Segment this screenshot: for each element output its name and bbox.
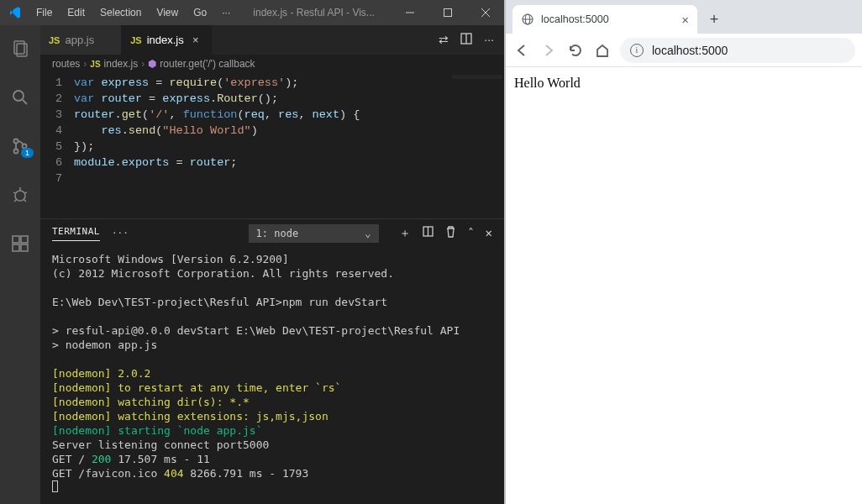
url-text: localhost:5000 <box>652 44 728 57</box>
address-bar[interactable]: i localhost:5000 <box>620 38 855 63</box>
svg-line-16 <box>24 199 26 202</box>
terminal-output[interactable]: Microsoft Windows [Version 6.2.9200](c) … <box>40 247 504 504</box>
more-actions-icon[interactable]: ··· <box>484 33 494 47</box>
browser-toolbar: i localhost:5000 <box>506 34 862 67</box>
svg-line-13 <box>13 192 16 193</box>
browser-tab-strip: localhost:5000 × + <box>506 0 862 34</box>
code-editor[interactable]: 1234567 var express = require('express')… <box>40 73 504 218</box>
vscode-logo-icon <box>0 6 29 19</box>
maximize-button[interactable] <box>428 0 466 25</box>
menu-view[interactable]: View <box>150 3 185 22</box>
js-file-icon: JS <box>130 35 141 45</box>
browser-tab-title: localhost:5000 <box>541 13 609 25</box>
forward-button[interactable] <box>539 41 558 60</box>
globe-icon <box>521 13 534 26</box>
split-terminal-icon[interactable] <box>423 226 434 241</box>
debug-icon[interactable] <box>0 178 40 212</box>
method-icon: ⬢ <box>148 58 156 70</box>
js-file-icon: JS <box>90 60 100 69</box>
code-area[interactable]: var express = require('express');var rou… <box>74 73 504 218</box>
svg-point-9 <box>14 150 18 154</box>
chevron-right-icon: › <box>141 58 145 70</box>
menu-edit[interactable]: Edit <box>60 3 92 22</box>
minimize-button[interactable] <box>391 0 428 25</box>
svg-rect-19 <box>21 244 28 251</box>
svg-line-15 <box>14 199 17 202</box>
close-button[interactable] <box>466 0 504 25</box>
titlebar: FileEditSelectionViewGo··· index.js - Re… <box>0 0 504 25</box>
svg-rect-1 <box>444 9 451 17</box>
kill-terminal-icon[interactable] <box>445 226 456 241</box>
svg-line-7 <box>23 100 27 104</box>
activity-bar: 1 <box>0 25 40 504</box>
svg-point-8 <box>14 139 18 144</box>
page-text: Hello World <box>514 76 581 90</box>
breadcrumb-symbol: router.get('/') callback <box>160 58 255 70</box>
breadcrumb[interactable]: routes › JS index.js › ⬢ router.get('/')… <box>40 55 504 73</box>
menu-···[interactable]: ··· <box>215 3 237 22</box>
browser-window: localhost:5000 × + i localhost:5000 Hell… <box>504 0 862 504</box>
minimap[interactable] <box>452 75 502 117</box>
svg-rect-20 <box>21 236 28 243</box>
page-content: Hello World <box>506 67 862 504</box>
panel-tab-terminal[interactable]: TERMINAL <box>52 226 100 241</box>
search-icon[interactable] <box>0 81 40 114</box>
close-panel-icon[interactable]: ✕ <box>486 226 492 241</box>
terminal-selector[interactable]: 1: node ⌄ <box>249 224 379 243</box>
source-control-icon[interactable]: 1 <box>0 129 40 163</box>
split-editor-icon[interactable] <box>460 33 472 47</box>
menu-go[interactable]: Go <box>187 3 213 22</box>
tab-label: index.js <box>147 34 184 46</box>
tab-label: app.js <box>65 34 94 46</box>
compare-changes-icon[interactable]: ⇄ <box>439 33 449 47</box>
editor-tabs: JSapp.jsJSindex.js× ⇄ ··· <box>40 25 504 55</box>
close-tab-icon[interactable]: × <box>681 13 689 27</box>
browser-tab[interactable]: localhost:5000 × <box>512 5 697 34</box>
back-button[interactable] <box>512 41 531 60</box>
chevron-right-icon: › <box>83 58 87 70</box>
extensions-icon[interactable] <box>0 227 40 260</box>
reload-button[interactable] <box>566 41 585 60</box>
menu-selection[interactable]: Selection <box>93 3 148 22</box>
vscode-window: FileEditSelectionViewGo··· index.js - Re… <box>0 0 504 504</box>
window-title: index.js - Resful API - Vis... <box>237 7 391 18</box>
home-button[interactable] <box>593 41 612 60</box>
editor-tab[interactable]: JSapp.js <box>40 25 122 55</box>
terminal-panel: TERMINAL ··· 1: node ⌄ ＋ ˄ ✕ Microsoft W… <box>40 218 504 504</box>
svg-rect-18 <box>13 244 19 251</box>
breadcrumb-file: index.js <box>104 58 139 70</box>
site-info-icon[interactable]: i <box>630 44 644 57</box>
maximize-panel-icon[interactable]: ˄ <box>468 226 474 241</box>
scm-badge: 1 <box>21 148 34 158</box>
svg-line-14 <box>24 192 27 193</box>
line-gutter: 1234567 <box>40 73 74 218</box>
menu-file[interactable]: File <box>29 3 59 22</box>
svg-rect-17 <box>13 236 19 243</box>
new-tab-button[interactable]: + <box>702 8 726 31</box>
editor-tab[interactable]: JSindex.js× <box>122 25 212 55</box>
panel-more-icon[interactable]: ··· <box>112 228 129 239</box>
explorer-icon[interactable] <box>0 32 40 66</box>
chevron-down-icon: ⌄ <box>365 228 371 239</box>
close-tab-icon[interactable]: × <box>189 34 202 46</box>
new-terminal-icon[interactable]: ＋ <box>399 226 411 241</box>
menu-bar: FileEditSelectionViewGo··· <box>29 3 237 22</box>
js-file-icon: JS <box>49 35 60 45</box>
breadcrumb-folder: routes <box>52 58 80 70</box>
window-controls <box>391 0 504 25</box>
svg-point-6 <box>13 91 24 101</box>
